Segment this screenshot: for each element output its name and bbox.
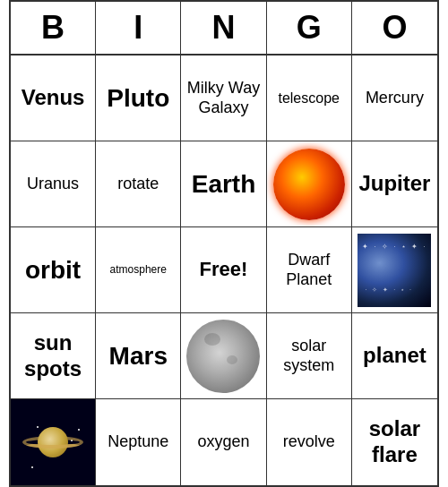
cell-r1-c4: Jupiter — [352, 141, 437, 227]
cell-r3-c2 — [181, 313, 266, 399]
cell-text-r0-c3: telescope — [278, 90, 340, 107]
cell-text-r4-c3: revolve — [283, 432, 335, 452]
cell-r2-c3: Dwarf Planet — [267, 227, 352, 313]
cell-text-r3-c3: solar system — [271, 337, 348, 375]
cell-text-r4-c1: Neptune — [108, 432, 168, 452]
bingo-header: BINGO — [11, 2, 437, 56]
cell-text-r0-c4: Mercury — [366, 89, 424, 108]
cell-text-r2-c1: atmosphere — [110, 263, 167, 276]
cell-text-r2-c0: orbit — [25, 255, 81, 286]
cell-text-r2-c2: Free! — [200, 258, 248, 281]
cell-r0-c3: telescope — [267, 56, 352, 141]
cell-r1-c3 — [267, 141, 352, 227]
header-letter-I: I — [96, 2, 181, 54]
cell-text-r3-c4: planet — [363, 343, 426, 369]
cell-r4-c4: solar flare — [352, 399, 437, 485]
cell-r3-c3: solar system — [267, 313, 352, 399]
cell-r0-c1: Pluto — [96, 56, 181, 141]
cell-r0-c0: Venus — [11, 56, 96, 141]
cell-r2-c4 — [352, 227, 437, 313]
header-letter-N: N — [181, 2, 266, 54]
cell-text-r2-c3: Dwarf Planet — [271, 251, 348, 289]
cell-r4-c1: Neptune — [96, 399, 181, 485]
cell-text-r1-c2: Earth — [192, 169, 256, 200]
cell-r3-c0: sun spots — [11, 313, 96, 399]
cell-r1-c0: Uranus — [11, 141, 96, 227]
cell-text-r4-c2: oxygen — [197, 432, 249, 452]
cell-r3-c1: Mars — [96, 313, 181, 399]
stars-image — [358, 234, 431, 307]
cell-r4-c2: oxygen — [181, 399, 266, 485]
cell-text-r3-c1: Mars — [109, 341, 168, 372]
cell-r1-c2: Earth — [181, 141, 266, 227]
header-letter-B: B — [11, 2, 96, 54]
cell-r2-c2: Free! — [181, 227, 266, 313]
cell-text-r4-c4: solar flare — [356, 416, 434, 468]
cell-r0-c2: Milky Way Galaxy — [181, 56, 266, 141]
cell-r4-c0 — [11, 399, 96, 485]
moon-image — [186, 320, 260, 393]
cell-r3-c4: planet — [352, 313, 437, 399]
cell-text-r1-c1: rotate — [117, 175, 159, 194]
sun-image — [273, 149, 345, 220]
cell-text-r0-c2: Milky Way Galaxy — [185, 79, 262, 117]
cell-r1-c1: rotate — [96, 141, 181, 227]
cell-r4-c3: revolve — [267, 399, 352, 485]
header-letter-O: O — [352, 2, 437, 54]
cell-text-r1-c4: Jupiter — [358, 171, 430, 197]
cell-r2-c0: orbit — [11, 227, 96, 313]
bingo-grid: VenusPlutoMilky Way GalaxytelescopeMercu… — [11, 56, 437, 485]
cell-text-r0-c0: Venus — [22, 85, 85, 111]
cell-text-r3-c0: sun spots — [14, 330, 91, 382]
saturn-image — [17, 415, 89, 469]
cell-text-r1-c0: Uranus — [27, 175, 79, 194]
cell-r2-c1: atmosphere — [96, 227, 181, 313]
bingo-card: BINGO VenusPlutoMilky Way Galaxytelescop… — [9, 0, 439, 487]
cell-r0-c4: Mercury — [352, 56, 437, 141]
cell-text-r0-c1: Pluto — [107, 83, 169, 114]
header-letter-G: G — [267, 2, 352, 54]
